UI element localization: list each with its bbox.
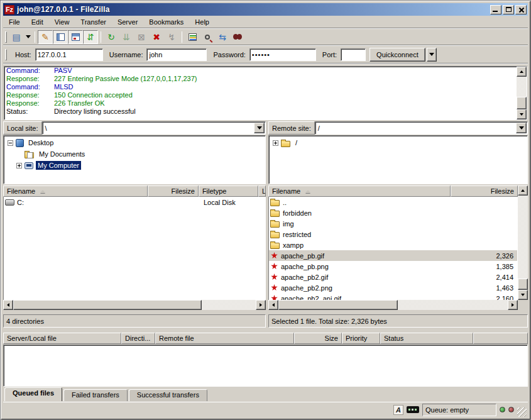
menu-view[interactable]: View [49, 17, 75, 28]
binoculars-icon [233, 34, 242, 40]
toggle-queue-button[interactable]: ⇵ [83, 30, 98, 44]
scroll-right-button[interactable] [256, 300, 266, 310]
close-button[interactable] [515, 5, 527, 14]
host-label: Host: [15, 51, 31, 58]
quickconnect-button[interactable]: Quickconnect [370, 48, 425, 62]
resize-grip[interactable] [517, 407, 527, 417]
data-type-indicator-icon[interactable]: A [393, 405, 403, 415]
password-input[interactable] [249, 48, 316, 61]
filter-button[interactable] [185, 30, 200, 44]
file-row[interactable]: apache_pb2_ani.gif2,160 [269, 293, 517, 300]
tree-item-root[interactable]: / [269, 137, 527, 148]
expand-icon[interactable] [16, 163, 22, 169]
file-row[interactable]: .. [269, 197, 517, 207]
file-row-selected[interactable]: apache_pb.gif2,326 [269, 250, 517, 261]
file-row[interactable]: apache_pb2.png1,463 [269, 282, 517, 293]
scroll-up-button[interactable] [518, 185, 528, 196]
reconnect-button[interactable]: ↯ [164, 30, 179, 44]
directory-comparison-button[interactable] [200, 30, 215, 44]
queue-list [3, 345, 528, 387]
scroll-thumb[interactable] [518, 279, 528, 290]
file-row[interactable]: forbidden [269, 207, 517, 218]
host-input[interactable] [35, 48, 103, 61]
tab-queued-files[interactable]: Queued files [4, 387, 62, 401]
tab-failed-transfers[interactable]: Failed transfers [63, 389, 128, 401]
column-filesize[interactable]: Filesize [451, 185, 518, 197]
log-scrollbar[interactable] [517, 67, 527, 119]
find-files-button[interactable] [230, 30, 245, 44]
process-queue-button[interactable]: ⇊ [119, 30, 134, 44]
scroll-right-button[interactable] [508, 300, 518, 310]
collapse-icon[interactable] [8, 140, 13, 146]
local-horizontal-scrollbar[interactable] [3, 300, 266, 310]
scroll-thumb[interactable] [13, 300, 202, 310]
tree-item-desktop[interactable]: Desktop [4, 137, 265, 148]
column-filename[interactable]: Filename [268, 185, 451, 197]
tree-item-my-documents[interactable]: My Documents [4, 148, 265, 160]
scroll-up-button[interactable] [517, 67, 527, 77]
toggle-remote-tree-button[interactable] [68, 30, 83, 44]
synchronized-browsing-button[interactable]: ⇆ [215, 30, 230, 44]
column-server-local-file[interactable]: Server/Local file [3, 333, 121, 344]
scroll-thumb[interactable] [278, 300, 398, 310]
menu-bookmarks[interactable]: Bookmarks [143, 17, 189, 28]
column-filesize[interactable]: Filesize [148, 185, 199, 197]
tree-item-my-computer[interactable]: My Computer [4, 160, 265, 171]
column-last-modified[interactable]: L [258, 185, 266, 197]
column-filetype[interactable]: Filetype [199, 185, 258, 197]
maximize-button[interactable] [503, 5, 514, 14]
speed-limit-indicator-icon[interactable] [407, 406, 419, 413]
menu-transfer[interactable]: Transfer [75, 17, 112, 28]
remote-site-combo[interactable]: / [315, 121, 528, 135]
minimize-button[interactable] [490, 5, 501, 14]
remote-directory-tree: / [268, 135, 528, 184]
column-remote-file[interactable]: Remote file [155, 333, 294, 344]
menu-edit[interactable]: Edit [26, 17, 49, 28]
menu-file[interactable]: File [3, 17, 26, 28]
file-row[interactable]: restricted [269, 229, 517, 240]
expand-icon[interactable] [273, 140, 278, 146]
scroll-left-button[interactable] [268, 300, 278, 310]
username-input[interactable] [146, 48, 207, 61]
scroll-left-button[interactable] [3, 300, 13, 310]
toggle-local-tree-button[interactable] [53, 30, 68, 44]
local-site-dropdown[interactable] [254, 123, 265, 133]
reconnect-icon: ↯ [168, 33, 175, 41]
tab-successful-transfers[interactable]: Successful transfers [129, 389, 207, 401]
remote-site-dropdown[interactable] [516, 123, 527, 133]
toolbar-grip[interactable] [5, 31, 7, 43]
scroll-thumb[interactable] [517, 97, 527, 109]
column-direction[interactable]: Directi... [121, 333, 155, 344]
column-status[interactable]: Status [380, 333, 473, 344]
disconnect-button[interactable]: ✖ [149, 30, 164, 44]
site-manager-dropdown[interactable] [24, 30, 32, 44]
local-site-combo[interactable]: \ [42, 121, 266, 135]
column-priority[interactable]: Priority [342, 333, 380, 344]
file-row[interactable]: xampp [269, 240, 517, 250]
scroll-down-button[interactable] [517, 109, 527, 119]
quickconnect-grip[interactable] [5, 49, 7, 60]
image-file-icon [271, 252, 278, 259]
cancel-operation-button[interactable]: ⊠ [134, 30, 149, 44]
disconnect-icon: ✖ [153, 33, 160, 41]
remote-vertical-scrollbar[interactable] [518, 185, 528, 300]
remote-horizontal-scrollbar[interactable] [268, 300, 518, 310]
log-line: Command:MLSD [4, 83, 527, 91]
refresh-button[interactable]: ↻ [104, 30, 119, 44]
queue-header: Server/Local file Directi... Remote file… [3, 333, 528, 345]
site-manager-button[interactable]: ▤ [9, 30, 24, 44]
file-row-c-drive[interactable]: C: Local Disk [4, 197, 265, 207]
folder-icon [270, 232, 280, 238]
port-input[interactable] [341, 48, 366, 61]
quickconnect-dropdown[interactable] [427, 48, 437, 62]
file-row[interactable]: apache_pb2.gif2,414 [269, 272, 517, 282]
scroll-down-button[interactable] [518, 290, 528, 300]
titlebar[interactable]: Fz john@127.0.0.1 - FileZilla [3, 3, 528, 16]
file-row[interactable]: img [269, 218, 517, 229]
menu-help[interactable]: Help [189, 17, 215, 28]
menu-server[interactable]: Server [112, 17, 143, 28]
column-size[interactable]: Size [294, 333, 342, 344]
column-filename[interactable]: Filename [3, 185, 148, 197]
file-row[interactable]: apache_pb.png1,385 [269, 261, 517, 272]
toggle-message-log-button[interactable]: ✎ [38, 30, 53, 44]
